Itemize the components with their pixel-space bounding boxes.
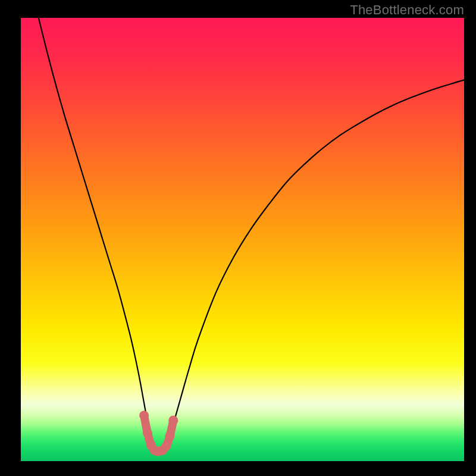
optimal-zone-dot bbox=[139, 411, 149, 420]
plot-area bbox=[21, 18, 464, 461]
plot-svg bbox=[21, 18, 464, 461]
optimal-zone-dot bbox=[165, 431, 174, 441]
chart-frame: TheBottleneck.com bbox=[0, 0, 476, 476]
optimal-zone-dot bbox=[161, 441, 171, 451]
optimal-zone-dot bbox=[168, 415, 178, 425]
optimal-zone-dot bbox=[143, 428, 152, 438]
gradient-background bbox=[21, 18, 464, 461]
watermark-label: TheBottleneck.com bbox=[350, 2, 464, 18]
